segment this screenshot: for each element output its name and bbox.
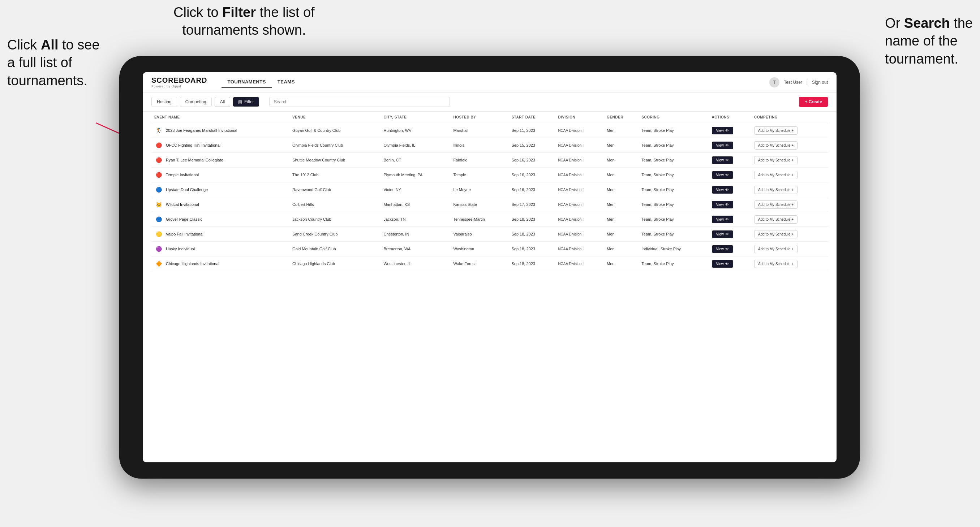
- table-row: 🔴 Ryan T. Lee Memorial Collegiate Shuttl…: [151, 153, 828, 168]
- th-division: DIVISION: [555, 112, 604, 123]
- cell-gender: Men: [604, 256, 638, 271]
- cell-gender: Men: [604, 183, 638, 197]
- event-name-text: Upstate Dual Challenge: [166, 187, 208, 192]
- view-button[interactable]: View 👁: [712, 156, 733, 164]
- team-logo: 🟣: [154, 244, 163, 253]
- team-logo: 🔵: [154, 185, 163, 194]
- cell-city-state: Jackson, TN: [380, 212, 450, 227]
- nav-separator: |: [807, 80, 808, 85]
- cell-event-name: 🏌️ 2023 Joe Feaganes Marshall Invitation…: [151, 123, 290, 138]
- eye-icon: 👁: [725, 217, 729, 221]
- table-row: 🔵 Grover Page Classic Jackson Country Cl…: [151, 212, 828, 227]
- cell-gender: Men: [604, 168, 638, 183]
- eye-icon: 👁: [725, 129, 729, 133]
- team-logo: 🔵: [154, 215, 163, 224]
- cell-start-date: Sep 18, 2023: [508, 212, 555, 227]
- cell-division: NCAA Division I: [555, 227, 604, 242]
- cell-event-name: 🔴 OFCC Fighting Illini Invitational: [151, 138, 290, 153]
- cell-venue: Colbert Hills: [290, 197, 380, 212]
- tournaments-table: EVENT NAME VENUE CITY, STATE HOSTED BY S…: [151, 112, 828, 271]
- top-nav: SCOREBOARD Powered by clippd TOURNAMENTS…: [143, 72, 837, 92]
- eye-icon: 👁: [725, 247, 729, 251]
- add-schedule-button[interactable]: Add to My Schedule +: [754, 200, 797, 209]
- cell-scoring: Individual, Stroke Play: [638, 242, 709, 256]
- annotation-topleft: Click All to see a full list of tourname…: [7, 36, 101, 90]
- cell-city-state: Olympia Fields, IL: [380, 138, 450, 153]
- cell-city-state: Huntington, WV: [380, 123, 450, 138]
- cell-start-date: Sep 18, 2023: [508, 227, 555, 242]
- th-competing: COMPETING: [751, 112, 828, 123]
- cell-gender: Men: [604, 123, 638, 138]
- cell-gender: Men: [604, 153, 638, 168]
- cell-competing: Add to My Schedule +: [751, 242, 828, 256]
- view-button[interactable]: View 👁: [712, 245, 733, 253]
- tab-competing[interactable]: Competing: [180, 97, 212, 107]
- cell-event-name: 🔵 Upstate Dual Challenge: [151, 183, 290, 197]
- view-button[interactable]: View 👁: [712, 186, 733, 194]
- nav-tournaments[interactable]: TOURNAMENTS: [221, 76, 271, 88]
- search-input[interactable]: [269, 97, 450, 107]
- team-logo: 🔴: [154, 156, 163, 164]
- table-row: 🔴 Temple Invitational The 1912 Club Plym…: [151, 168, 828, 183]
- event-name-text: 2023 Joe Feaganes Marshall Invitational: [166, 128, 237, 133]
- th-hosted-by: HOSTED BY: [450, 112, 508, 123]
- cell-division: NCAA Division I: [555, 153, 604, 168]
- add-schedule-button[interactable]: Add to My Schedule +: [754, 156, 797, 164]
- table-container: EVENT NAME VENUE CITY, STATE HOSTED BY S…: [143, 112, 837, 462]
- table-row: 🔶 Chicago Highlands Invitational Chicago…: [151, 256, 828, 271]
- create-button[interactable]: + Create: [799, 97, 828, 107]
- cell-scoring: Team, Stroke Play: [638, 197, 709, 212]
- nav-teams[interactable]: TEAMS: [272, 76, 301, 88]
- eye-icon: 👁: [725, 232, 729, 236]
- add-schedule-button[interactable]: Add to My Schedule +: [754, 245, 797, 253]
- team-logo: 🟡: [154, 230, 163, 238]
- cell-actions: View 👁: [709, 212, 752, 227]
- cell-event-name: 🔴 Ryan T. Lee Memorial Collegiate: [151, 153, 290, 168]
- add-schedule-button[interactable]: Add to My Schedule +: [754, 171, 797, 179]
- th-venue: VENUE: [290, 112, 380, 123]
- eye-icon: 👁: [725, 203, 729, 206]
- cell-start-date: Sep 18, 2023: [508, 256, 555, 271]
- cell-hosted-by: Temple: [450, 168, 508, 183]
- view-button[interactable]: View 👁: [712, 127, 733, 134]
- cell-event-name: 🔴 Temple Invitational: [151, 168, 290, 183]
- cell-scoring: Team, Stroke Play: [638, 153, 709, 168]
- cell-hosted-by: Wake Forest: [450, 256, 508, 271]
- filter-button[interactable]: ▤ Filter: [233, 97, 259, 106]
- eye-icon: 👁: [725, 143, 729, 148]
- view-button[interactable]: View 👁: [712, 201, 733, 208]
- cell-start-date: Sep 18, 2023: [508, 242, 555, 256]
- cell-scoring: Team, Stroke Play: [638, 227, 709, 242]
- user-name: Test User: [784, 80, 802, 85]
- tab-all[interactable]: All: [215, 97, 230, 107]
- add-schedule-button[interactable]: Add to My Schedule +: [754, 126, 797, 135]
- add-schedule-button[interactable]: Add to My Schedule +: [754, 141, 797, 149]
- table-row: 🐱 Wildcat Invitational Colbert Hills Man…: [151, 197, 828, 212]
- add-schedule-button[interactable]: Add to My Schedule +: [754, 186, 797, 194]
- event-name-text: Ryan T. Lee Memorial Collegiate: [166, 158, 223, 162]
- table-header-row: EVENT NAME VENUE CITY, STATE HOSTED BY S…: [151, 112, 828, 123]
- add-schedule-button[interactable]: Add to My Schedule +: [754, 230, 797, 238]
- view-button[interactable]: View 👁: [712, 171, 733, 179]
- cell-city-state: Manhattan, KS: [380, 197, 450, 212]
- view-button[interactable]: View 👁: [712, 141, 733, 149]
- cell-start-date: Sep 16, 2023: [508, 183, 555, 197]
- cell-venue: Gold Mountain Golf Club: [290, 242, 380, 256]
- cell-division: NCAA Division I: [555, 138, 604, 153]
- th-event-name: EVENT NAME: [151, 112, 290, 123]
- cell-city-state: Berlin, CT: [380, 153, 450, 168]
- cell-city-state: Westchester, IL: [380, 256, 450, 271]
- cell-gender: Men: [604, 227, 638, 242]
- sign-out-link[interactable]: Sign out: [812, 80, 828, 85]
- view-button[interactable]: View 👁: [712, 216, 733, 223]
- add-schedule-button[interactable]: Add to My Schedule +: [754, 215, 797, 224]
- team-logo: 🔶: [154, 259, 163, 268]
- logo-sub: Powered by clippd: [151, 84, 207, 88]
- view-button[interactable]: View 👁: [712, 230, 733, 238]
- add-schedule-button[interactable]: Add to My Schedule +: [754, 260, 797, 268]
- view-button[interactable]: View 👁: [712, 260, 733, 268]
- cell-hosted-by: Illinois: [450, 138, 508, 153]
- cell-division: NCAA Division I: [555, 123, 604, 138]
- tab-hosting[interactable]: Hosting: [151, 97, 177, 107]
- cell-event-name: 🐱 Wildcat Invitational: [151, 197, 290, 212]
